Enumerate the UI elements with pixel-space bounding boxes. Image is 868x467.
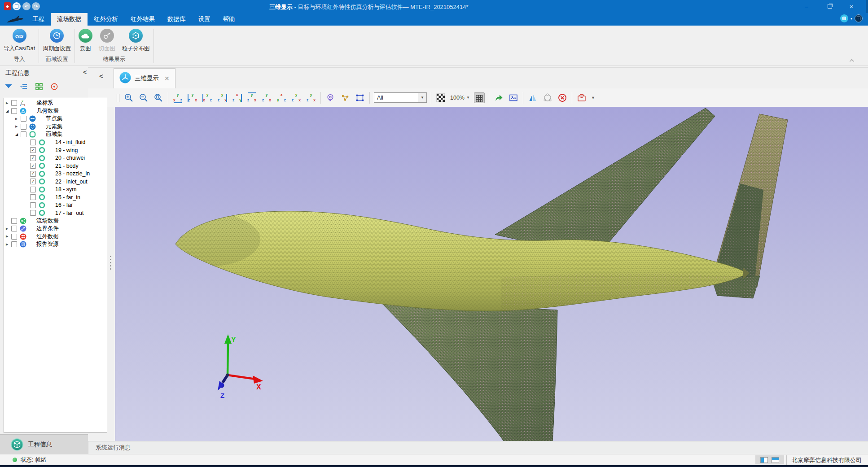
- tree-expand-icon[interactable]: ▶: [15, 125, 21, 128]
- import-cas-dat-button[interactable]: cas导入Cas/Dat: [4, 29, 35, 55]
- menu-settings[interactable]: 设置: [192, 13, 217, 26]
- tree-checkbox[interactable]: ✓: [30, 155, 36, 161]
- tree-infrared-data[interactable]: ▶红外数据: [4, 233, 107, 241]
- view-orientation-button-5[interactable]: xzy: [232, 92, 242, 103]
- tree-expand-icon[interactable]: ▶: [6, 227, 11, 231]
- minimize-button[interactable]: –: [799, 1, 814, 11]
- view-orientation-button-4[interactable]: yzx: [217, 92, 228, 103]
- periodic-face-settings-button[interactable]: 周期面设置: [43, 29, 71, 55]
- menu-database[interactable]: 数据库: [161, 13, 192, 26]
- zoom-in-button[interactable]: [123, 92, 134, 103]
- tab-3d-display[interactable]: 三维显示 ✕: [114, 68, 175, 88]
- redo-icon[interactable]: ↷: [32, 2, 40, 10]
- view-orientation-button-7[interactable]: yzx: [261, 92, 272, 103]
- tree-checkbox[interactable]: [11, 226, 17, 231]
- tree-checkbox[interactable]: [11, 234, 17, 240]
- contour-plot-button[interactable]: 云图: [79, 29, 92, 55]
- menu-help[interactable]: 帮助: [217, 13, 241, 26]
- tree-checkbox[interactable]: [11, 100, 17, 106]
- outline-list-icon[interactable]: [20, 83, 28, 91]
- tree-checkbox[interactable]: [21, 131, 26, 137]
- tree-expand-icon[interactable]: ▶: [6, 235, 11, 238]
- tree-element-set[interactable]: ▶元素集: [4, 123, 107, 131]
- tree-checkbox[interactable]: ✓: [30, 179, 36, 184]
- tree-checkbox[interactable]: ✓: [30, 163, 36, 169]
- menu-ir-analysis[interactable]: 红外分析: [88, 13, 124, 26]
- menu-flow-data[interactable]: 流场数据: [51, 13, 88, 26]
- tree-surface-21-body[interactable]: ✓21 - body: [4, 162, 107, 170]
- tree-checkbox[interactable]: [30, 210, 36, 216]
- tree-surface-22-inlet_out[interactable]: ✓22 - inlet_out: [4, 178, 107, 186]
- target-icon[interactable]: [50, 83, 58, 91]
- zoom-fit-button[interactable]: [153, 92, 164, 103]
- skin-caret-icon[interactable]: ▾: [850, 17, 852, 21]
- menu-ir-results[interactable]: 红外结果: [124, 13, 161, 26]
- view-orientation-button-2[interactable]: yzx: [187, 92, 198, 103]
- zoom-level-dropdown[interactable]: 100%▼: [450, 95, 470, 101]
- close-button[interactable]: ×: [844, 1, 859, 11]
- tree-boundary-conditions[interactable]: ▶边界条件: [4, 225, 107, 233]
- tree-checkbox[interactable]: [30, 202, 36, 208]
- tree-checkbox[interactable]: ✓: [30, 147, 36, 153]
- tree-checkbox[interactable]: [21, 124, 26, 130]
- filter-icon[interactable]: [4, 83, 13, 91]
- tree-surface-16-far[interactable]: 16 - far: [4, 201, 107, 209]
- panel-collapse-icon[interactable]: <: [81, 69, 88, 76]
- tab-close-icon[interactable]: ✕: [164, 75, 170, 82]
- package-dropdown-caret[interactable]: ▼: [591, 96, 595, 100]
- tree-checkbox[interactable]: [30, 187, 36, 192]
- toolbar-grip[interactable]: [117, 94, 119, 102]
- tree-checkbox[interactable]: [11, 241, 17, 247]
- tree-surface-14-int_fluid[interactable]: 14 - int_fluid: [4, 139, 107, 147]
- grid-toggle-button[interactable]: [474, 92, 485, 103]
- tree-checkbox[interactable]: [11, 108, 17, 114]
- package-button[interactable]: [576, 92, 587, 103]
- tree-surface-15-far_in[interactable]: 15 - far_in: [4, 193, 107, 201]
- tree-surface-18-sym[interactable]: 18 - sym: [4, 186, 107, 194]
- tree-geometry-data[interactable]: ◢几何数据: [4, 107, 107, 115]
- panel-splitter-handle[interactable]: [110, 256, 111, 270]
- layout-left-icon[interactable]: [760, 457, 768, 463]
- tree-checkbox[interactable]: ✓: [30, 171, 36, 177]
- tree-surface-17-far_out[interactable]: 17 - far_out: [4, 209, 107, 217]
- tab-scroll-left-icon[interactable]: <: [99, 72, 103, 80]
- new-document-icon[interactable]: [13, 2, 21, 10]
- view-orientation-button-6[interactable]: yzx: [246, 92, 257, 103]
- particle-distribution-button[interactable]: 粒子分布图: [122, 29, 150, 55]
- combo-dropdown-icon[interactable]: ▼: [418, 93, 426, 102]
- view-orientation-button-10[interactable]: yzx: [306, 92, 316, 103]
- snapshot-button[interactable]: [508, 92, 519, 103]
- viewport-3d[interactable]: Y X Z: [115, 107, 868, 441]
- tree-expand-icon[interactable]: ◢: [6, 109, 11, 113]
- view-orientation-button-1[interactable]: yxz: [172, 92, 183, 103]
- tree-surface-23-nozzle_in[interactable]: ✓23 - nozzle_in: [4, 170, 107, 178]
- tree-expand-icon[interactable]: ▶: [6, 243, 11, 246]
- view-orientation-button-9[interactable]: yzx: [291, 92, 302, 103]
- layout-bottom-icon[interactable]: [772, 457, 779, 463]
- view-orientation-button-3[interactable]: yxz: [202, 92, 213, 103]
- tree-expand-icon[interactable]: ▶: [15, 117, 21, 121]
- theme-icon[interactable]: [855, 14, 863, 22]
- clear-view-button[interactable]: [557, 92, 568, 103]
- restore-button[interactable]: [822, 1, 837, 11]
- panel-footer[interactable]: 工程信息: [0, 434, 88, 454]
- tree-surface-20-chuiwei[interactable]: ✓20 - chuiwei: [4, 154, 107, 162]
- view-orientation-button-8[interactable]: xyz: [276, 92, 287, 103]
- mirror-button[interactable]: [527, 92, 538, 103]
- tree-face-set[interactable]: ◢面域集: [4, 131, 107, 139]
- grid-view-icon[interactable]: [35, 83, 43, 91]
- tree-checkbox[interactable]: [11, 218, 17, 224]
- box-select-button[interactable]: [355, 92, 365, 103]
- tree-checkbox[interactable]: [21, 116, 26, 122]
- tree-checkbox[interactable]: [30, 194, 36, 200]
- transparency-button[interactable]: [435, 92, 446, 103]
- zoom-out-button[interactable]: [138, 92, 149, 103]
- tree-node-set[interactable]: ▶节点集: [4, 115, 107, 123]
- tree-checkbox[interactable]: [30, 140, 36, 145]
- tree-surface-19-wing[interactable]: ✓19 - wing: [4, 146, 107, 154]
- tree-coordinate-system[interactable]: ▶yzx坐标系: [4, 99, 107, 107]
- undo-icon[interactable]: ↶: [22, 2, 31, 10]
- menu-project[interactable]: 工程: [26, 13, 51, 26]
- tree-expand-icon[interactable]: ▶: [6, 101, 11, 105]
- render-mode-button[interactable]: [340, 92, 351, 103]
